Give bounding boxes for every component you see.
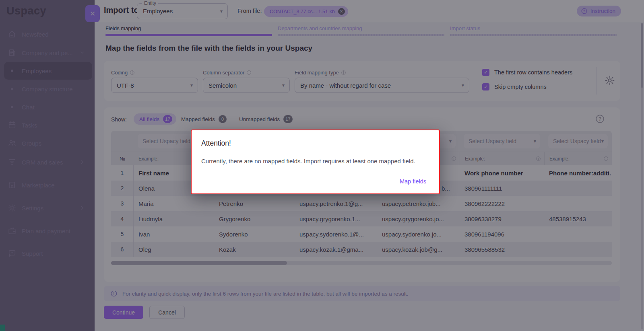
- modal-title: Attention!: [201, 139, 231, 148]
- attention-modal: Attention! Currently, there are no mappe…: [191, 130, 440, 194]
- app-window: Uspacy Newsfeed Company and pe... Employ…: [0, 0, 644, 331]
- map-fields-link[interactable]: Map fields: [400, 178, 426, 185]
- modal-message: Currently, there are no mapped fields. I…: [201, 158, 415, 164]
